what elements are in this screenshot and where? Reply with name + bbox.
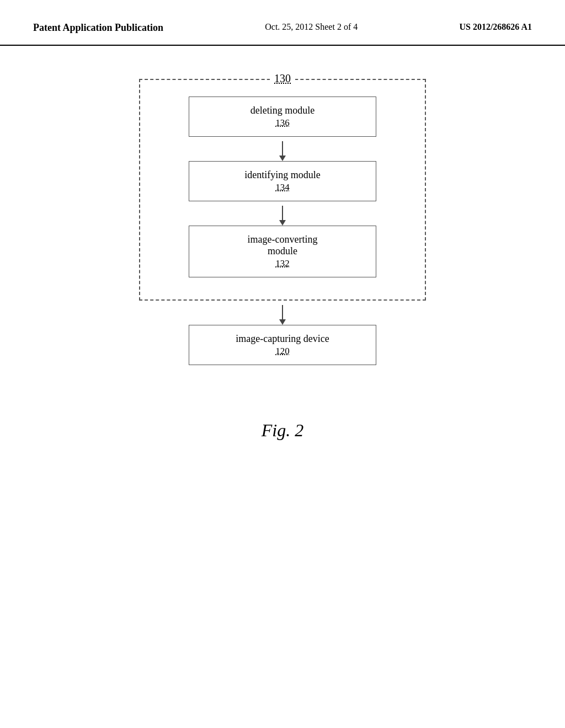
- image-converting-module-number: 132: [200, 258, 365, 269]
- identifying-module-number: 134: [200, 182, 365, 193]
- outer-box-label: 130: [270, 72, 295, 85]
- image-converting-module-label-line1: image-converting: [200, 234, 365, 245]
- identifying-module-box: identifying module 134: [189, 161, 376, 201]
- publication-title: Patent Application Publication: [33, 22, 163, 34]
- figure-label: Fig. 2: [0, 420, 565, 441]
- image-capturing-device-label: image-capturing device: [200, 333, 365, 345]
- page-header: Patent Application Publication Oct. 25, …: [0, 0, 565, 46]
- identifying-module-label: identifying module: [200, 169, 365, 181]
- image-capturing-device-box: image-capturing device 120: [189, 325, 376, 365]
- arrow-2: [162, 201, 403, 226]
- deleting-module-label: deleting module: [200, 105, 365, 116]
- arrow-1: [162, 137, 403, 161]
- arrow-down-icon-3: [282, 305, 283, 320]
- outside-arrow: [282, 301, 283, 325]
- outside-box-container: image-capturing device 120: [189, 301, 376, 365]
- publication-number: US 2012/268626 A1: [459, 22, 532, 32]
- image-converting-module-box: image-converting module 132: [189, 226, 376, 277]
- image-converting-module-label-line2: module: [200, 245, 365, 257]
- arrow-down-icon-2: [282, 206, 283, 221]
- image-capturing-device-number: 120: [200, 346, 365, 357]
- publication-date-sheet: Oct. 25, 2012 Sheet 2 of 4: [265, 22, 358, 32]
- outer-dashed-box: 130 deleting module 136 identifying modu…: [139, 79, 426, 301]
- deleting-module-number: 136: [200, 117, 365, 129]
- deleting-module-box: deleting module 136: [189, 97, 376, 137]
- arrow-down-icon-1: [282, 141, 283, 157]
- diagram-area: 130 deleting module 136 identifying modu…: [0, 46, 565, 387]
